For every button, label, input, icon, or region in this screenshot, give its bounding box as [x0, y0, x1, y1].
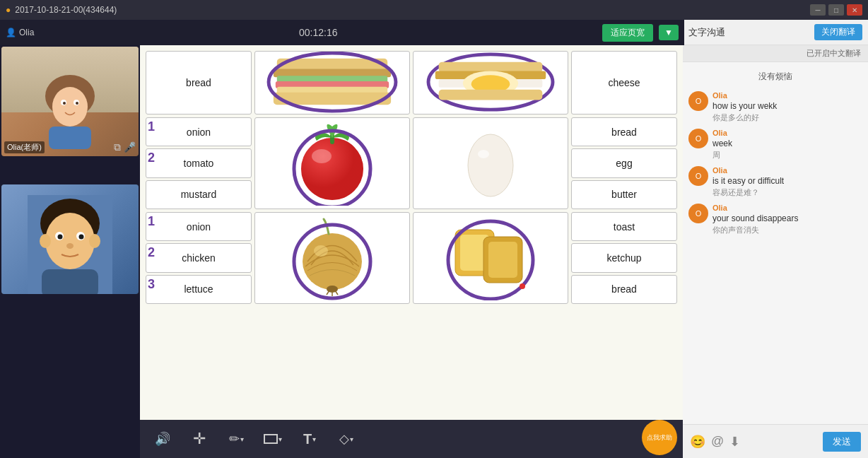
pencil-tool[interactable]: ✏ ▾: [225, 428, 247, 450]
word-bread-bottom: bread: [571, 275, 677, 304]
volume-btn[interactable]: 🔊: [151, 428, 174, 450]
pencil-icon: ✏: [229, 431, 240, 447]
svg-rect-26: [439, 62, 543, 73]
rectangle-icon: [264, 434, 278, 444]
svg-point-5: [76, 102, 78, 105]
tomato-svg: [290, 121, 375, 206]
sandwich-svg: [255, 52, 409, 114]
word-tomato: 2 tomato: [146, 148, 252, 177]
svg-point-39: [478, 150, 489, 158]
msg-text-2: week: [712, 139, 732, 148]
right-words-col-2: bread egg butter: [571, 117, 677, 209]
svg-point-4: [63, 102, 66, 105]
food-row-3: 1 onion 2 chicken 3 lettuce: [146, 212, 677, 304]
teacher-icons: ⧉ 🎤: [114, 141, 136, 153]
close-translate-btn[interactable]: 关闭翻译: [814, 24, 862, 40]
emoji-icon[interactable]: 😊: [690, 434, 705, 450]
chat-title: 文字沟通: [688, 26, 809, 39]
msg-translate-2: 周: [712, 150, 732, 160]
egg-svg: [462, 124, 519, 202]
word-ketchup: ketchup: [571, 243, 677, 272]
chat-message-1: O Olia how is your wekk 你是多么的好: [688, 91, 862, 123]
annotation-3: 1: [148, 214, 155, 229]
volume-icon: 🔊: [155, 431, 170, 447]
onion-svg: [290, 216, 375, 300]
download-icon[interactable]: ⬇: [729, 434, 740, 450]
help-button[interactable]: 点我求助: [642, 420, 677, 455]
username: Olia: [19, 28, 34, 37]
bottom-toolbar: 🔊 ✛ ✏ ▾ ▾ T ▾ ◇ ▾: [140, 420, 683, 458]
video-area: Olia(老师) ⧉ 🎤 学生列表（1）: [0, 45, 140, 295]
at-icon[interactable]: @: [711, 434, 724, 449]
send-btn[interactable]: 发送: [823, 432, 861, 452]
maximize-btn[interactable]: □: [828, 4, 844, 16]
eraser-icon: ◇: [339, 431, 349, 447]
teacher-label: Olia(老师): [4, 141, 45, 153]
chat-message-2: O Olia week 周: [688, 129, 862, 160]
pencil-dropdown-icon: ▾: [240, 435, 244, 443]
teacher-cam-bg: [1, 47, 139, 156]
svg-point-54: [520, 283, 525, 289]
svg-point-16: [66, 243, 74, 249]
image-egg-sandwich: [413, 51, 568, 114]
olia-avatar-4: O: [688, 204, 708, 223]
msg-text-4: your sound disappears: [712, 213, 798, 223]
egg-sandwich-area-svg: [414, 52, 568, 114]
word-onion-2: 1 onion: [146, 212, 252, 241]
adapt-width-btn[interactable]: 适应页宽: [602, 24, 653, 42]
window-controls: ─ □ ✕: [810, 4, 862, 16]
image-tomato: [254, 117, 410, 209]
compass-icon: ✛: [193, 430, 206, 448]
annotation-5: 3: [148, 277, 155, 292]
chat-footer: 😊 @ ⬇ 发送: [683, 424, 868, 458]
rectangle-dropdown-icon: ▾: [278, 435, 282, 443]
annotation-1: 1: [148, 119, 155, 134]
app-icon: ●: [6, 5, 11, 15]
image-toast: [413, 212, 568, 304]
user-info: 👤 Olia: [6, 28, 34, 37]
translate-bar: 已开启中文翻译: [683, 45, 868, 62]
svg-point-10: [40, 234, 51, 248]
msg-sender-3: Olia: [712, 166, 784, 175]
copy-icon: ⧉: [114, 141, 121, 153]
left-words-col-2: 1 onion 2 tomato mustard: [146, 117, 252, 209]
word-butter: butter: [571, 180, 677, 209]
eraser-dropdown-icon: ▾: [350, 435, 353, 443]
minimize-btn[interactable]: ─: [810, 4, 826, 16]
image-onion: [254, 212, 410, 304]
teacher-video: Olia(老师) ⧉ 🎤: [1, 47, 139, 156]
svg-point-14: [58, 235, 63, 240]
word-bread-top: bread: [146, 51, 252, 114]
image-egg: [413, 117, 568, 209]
olia-avatar-1: O: [688, 91, 708, 111]
svg-point-33: [301, 138, 363, 200]
food-vocabulary-grid: bread: [146, 51, 677, 414]
food-row-2: 1 onion 2 tomato mustard: [146, 117, 677, 209]
msg-sender-2: Olia: [712, 129, 732, 137]
text-tool[interactable]: T ▾: [298, 428, 321, 450]
svg-rect-6: [49, 127, 91, 149]
msg-sender-4: Olia: [712, 204, 798, 212]
svg-point-1: [52, 87, 88, 127]
msg-translate-4: 你的声音消失: [712, 225, 798, 235]
left-words-col-3: 1 onion 2 chicken 3 lettuce: [146, 212, 252, 304]
rectangle-tool[interactable]: ▾: [262, 428, 284, 450]
svg-point-11: [89, 234, 100, 248]
toast-svg: [445, 216, 536, 300]
top-bar: 👤 Olia 00:12:16 适应页宽 ▼: [0, 20, 684, 45]
titlebar: ● 2017-10-18-21-00(434644) ─ □ ✕: [0, 0, 868, 20]
svg-point-15: [79, 235, 84, 240]
compass-btn[interactable]: ✛: [188, 428, 211, 450]
svg-rect-52: [488, 242, 517, 278]
eraser-tool[interactable]: ◇ ▾: [335, 428, 358, 450]
msg-text-1: how is your wekk: [712, 101, 777, 111]
student-face-svg: [28, 195, 112, 294]
msg-text-3: is it easy or difficult: [712, 176, 784, 186]
dropdown-btn[interactable]: ▼: [659, 25, 679, 40]
annotation-2: 2: [148, 151, 155, 165]
word-lettuce: 3 lettuce: [146, 275, 252, 304]
food-row-1: bread: [146, 51, 677, 114]
word-egg-right: egg: [571, 148, 677, 177]
teacher-face-svg: [42, 71, 98, 149]
close-btn[interactable]: ✕: [847, 4, 862, 16]
